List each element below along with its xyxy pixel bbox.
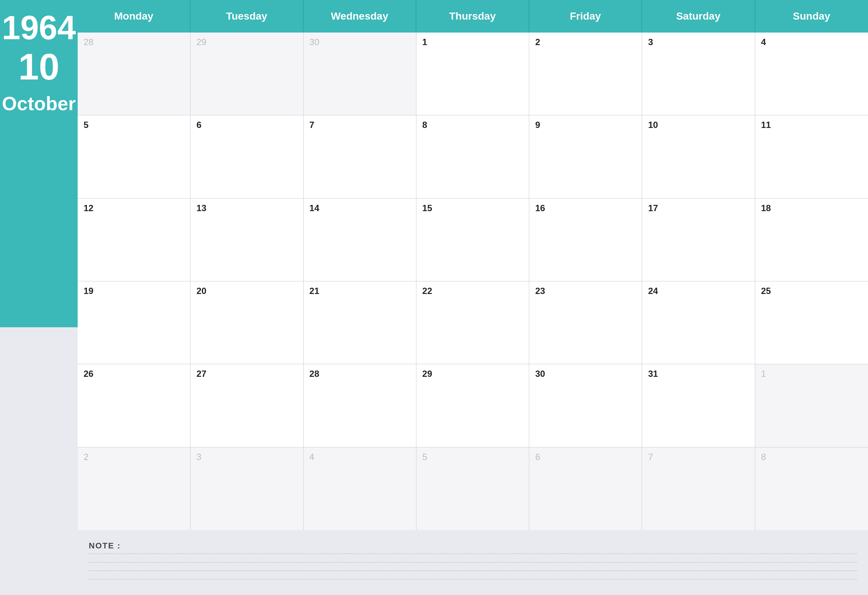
day-cell[interactable]: 8 — [416, 115, 529, 198]
day-number: 7 — [648, 452, 653, 462]
day-cell[interactable]: 30 — [529, 364, 642, 447]
day-cell[interactable]: 2 — [529, 32, 642, 115]
day-cell[interactable]: 25 — [755, 281, 868, 364]
header-cell-friday: Friday — [529, 0, 642, 32]
day-cell[interactable]: 28 — [304, 364, 416, 447]
note-line-3 — [89, 571, 857, 571]
day-cell[interactable]: 24 — [642, 281, 755, 364]
day-number: 11 — [761, 120, 771, 130]
day-number: 30 — [535, 369, 545, 379]
day-number: 3 — [648, 37, 653, 47]
header-cell-monday: Monday — [78, 0, 190, 32]
sidebar-month-number: 10 — [18, 48, 59, 85]
sidebar-month-name: October — [2, 93, 75, 115]
day-number: 22 — [422, 286, 433, 296]
day-cell[interactable]: 7 — [642, 447, 755, 530]
calendar-header-row: MondayTuesdayWednesdayThursdayFridaySatu… — [78, 0, 868, 32]
day-cell[interactable]: 29 — [416, 364, 529, 447]
day-number: 3 — [196, 452, 201, 462]
day-cell[interactable]: 30 — [304, 32, 416, 115]
day-number: 24 — [648, 286, 658, 296]
day-number: 7 — [310, 120, 314, 130]
day-cell[interactable]: 12 — [78, 199, 190, 281]
day-cell[interactable]: 2 — [78, 447, 190, 530]
day-number: 8 — [761, 452, 766, 462]
day-number: 27 — [196, 369, 207, 379]
day-number: 6 — [535, 452, 540, 462]
day-number: 1 — [761, 369, 766, 379]
day-cell[interactable]: 22 — [416, 281, 529, 364]
day-cell[interactable]: 10 — [642, 115, 755, 198]
day-cell[interactable]: 26 — [78, 364, 190, 447]
day-cell[interactable]: 20 — [190, 281, 303, 364]
day-cell[interactable]: 16 — [529, 199, 642, 281]
day-cell[interactable]: 23 — [529, 281, 642, 364]
day-cell[interactable]: 7 — [304, 115, 416, 198]
day-number: 1 — [422, 37, 427, 47]
header-cell-sunday: Sunday — [755, 0, 868, 32]
day-number: 13 — [196, 203, 207, 213]
day-number: 20 — [196, 286, 207, 296]
header-cell-wednesday: Wednesday — [304, 0, 416, 32]
day-cell[interactable]: 14 — [304, 199, 416, 281]
day-number: 28 — [84, 37, 94, 47]
day-cell[interactable]: 19 — [78, 281, 190, 364]
day-cell[interactable]: 27 — [190, 364, 303, 447]
day-cell[interactable]: 11 — [755, 115, 868, 198]
day-number: 25 — [761, 286, 771, 296]
day-cell[interactable]: 8 — [755, 447, 868, 530]
day-cell[interactable]: 18 — [755, 199, 868, 281]
note-line-1 — [89, 554, 857, 554]
day-number: 15 — [422, 203, 433, 213]
sidebar-year: 1964 — [2, 11, 76, 44]
main-content: MondayTuesdayWednesdayThursdayFridaySatu… — [78, 0, 868, 595]
day-cell[interactable]: 15 — [416, 199, 529, 281]
day-cell[interactable]: 1 — [416, 32, 529, 115]
day-cell[interactable]: 3 — [190, 447, 303, 530]
note-line-4 — [89, 579, 857, 579]
day-number: 2 — [535, 37, 540, 47]
day-cell[interactable]: 17 — [642, 199, 755, 281]
day-cell[interactable]: 9 — [529, 115, 642, 198]
day-number: 9 — [535, 120, 540, 130]
day-number: 21 — [310, 286, 320, 296]
week-row-1: 2829301234 — [78, 32, 868, 115]
day-number: 31 — [648, 369, 658, 379]
day-cell[interactable]: 3 — [642, 32, 755, 115]
day-number: 29 — [422, 369, 433, 379]
day-cell[interactable]: 6 — [529, 447, 642, 530]
day-number: 26 — [84, 369, 94, 379]
day-number: 19 — [84, 286, 94, 296]
day-cell[interactable]: 6 — [190, 115, 303, 198]
week-row-3: 12131415161718 — [78, 199, 868, 281]
day-number: 10 — [648, 120, 658, 130]
day-number: 5 — [84, 120, 89, 130]
day-cell[interactable]: 1 — [755, 364, 868, 447]
day-cell[interactable]: 29 — [190, 32, 303, 115]
header-cell-tuesday: Tuesday — [190, 0, 303, 32]
note-line-2 — [89, 562, 857, 563]
day-cell[interactable]: 28 — [78, 32, 190, 115]
week-row-6: 2345678 — [78, 447, 868, 530]
day-number: 17 — [648, 203, 658, 213]
day-cell[interactable]: 5 — [78, 115, 190, 198]
day-number: 14 — [310, 203, 320, 213]
day-number: 29 — [196, 37, 207, 47]
week-row-4: 19202122232425 — [78, 281, 868, 364]
day-number: 16 — [535, 203, 545, 213]
day-cell[interactable]: 13 — [190, 199, 303, 281]
days-grid: 2829301234567891011121314151617181920212… — [78, 32, 868, 530]
day-number: 8 — [422, 120, 427, 130]
calendar-container: 1964 10 October MondayTuesdayWednesdayTh… — [0, 0, 868, 595]
day-cell[interactable]: 31 — [642, 364, 755, 447]
day-number: 18 — [761, 203, 771, 213]
day-number: 30 — [310, 37, 320, 47]
day-cell[interactable]: 4 — [304, 447, 416, 530]
notes-section: NOTE : — [78, 530, 868, 595]
day-number: 12 — [84, 203, 94, 213]
day-cell[interactable]: 21 — [304, 281, 416, 364]
day-number: 23 — [535, 286, 545, 296]
header-cell-thursday: Thursday — [416, 0, 529, 32]
day-cell[interactable]: 5 — [416, 447, 529, 530]
day-cell[interactable]: 4 — [755, 32, 868, 115]
